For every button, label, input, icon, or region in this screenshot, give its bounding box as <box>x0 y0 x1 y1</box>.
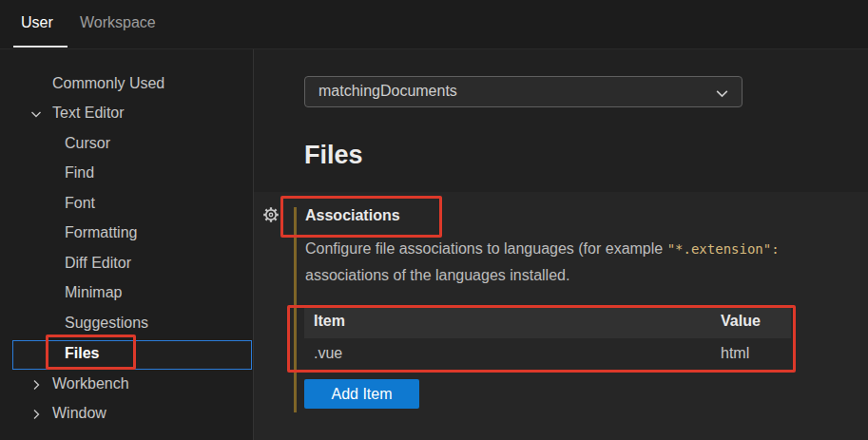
tree-item-suggestions[interactable]: Suggestions <box>0 310 253 339</box>
tree-item-minimap[interactable]: Minimap <box>0 279 253 309</box>
tree-item-diff-editor[interactable]: Diff Editor <box>0 250 253 279</box>
tree-item-label: Diff Editor <box>65 255 131 272</box>
modified-setting-indicator <box>294 207 297 412</box>
vscode-settings-window: User Workspace Commonly Used Text Editor… <box>0 0 868 440</box>
tree-item-label: Minimap <box>65 284 122 301</box>
table-cell-value: html <box>721 345 749 362</box>
chevron-right-icon[interactable] <box>29 377 44 392</box>
setting-description-text: Configure file associations to languages… <box>305 240 667 257</box>
tree-item-font[interactable]: Font <box>0 190 253 220</box>
chevron-down-icon[interactable] <box>29 106 44 122</box>
tree-item-find[interactable]: Find <box>0 160 253 189</box>
table-header-row: Item Value <box>304 306 791 338</box>
tree-item-commonly-used[interactable]: Commonly Used <box>0 70 253 100</box>
gear-icon[interactable] <box>261 205 280 224</box>
tab-user[interactable]: User <box>21 14 53 31</box>
tree-item-label: Cursor <box>65 135 110 152</box>
tree-item-workbench[interactable]: Workbench <box>0 371 253 400</box>
setting-title: Associations <box>305 207 400 224</box>
tree-item-label: Window <box>52 405 106 422</box>
setting-description-line1: Configure file associations to languages… <box>305 240 780 258</box>
tree-item-label: Font <box>65 195 95 212</box>
add-item-button[interactable]: Add Item <box>304 379 419 409</box>
tab-workspace[interactable]: Workspace <box>80 14 156 31</box>
tree-item-label: Workbench <box>52 375 129 392</box>
tree-item-formatting[interactable]: Formatting <box>0 220 253 249</box>
table-row[interactable]: .vue html <box>304 338 791 371</box>
active-tab-underline <box>13 46 68 48</box>
chevron-down-icon <box>714 86 730 102</box>
tree-item-cursor[interactable]: Cursor <box>0 130 253 160</box>
setting-description-code: "*.extension": <box>667 241 780 257</box>
tree-item-label: Find <box>65 164 94 182</box>
chevron-right-icon[interactable] <box>29 407 44 422</box>
tree-item-label: Suggestions <box>65 315 148 332</box>
setting-value-dropdown[interactable]: matchingDocuments <box>304 76 743 107</box>
dropdown-selected-value: matchingDocuments <box>318 83 457 100</box>
associations-table: Item Value .vue html <box>304 306 791 371</box>
tree-item-partial[interactable] <box>0 430 253 440</box>
page-title: Files <box>304 141 363 170</box>
tree-item-label: Commonly Used <box>52 75 164 92</box>
tree-item-label: Formatting <box>65 224 137 241</box>
tree-item-text-editor[interactable]: Text Editor <box>0 100 253 129</box>
table-header-value: Value <box>721 313 761 330</box>
table-header-item: Item <box>314 313 345 330</box>
settings-scope-tab-bar: User Workspace <box>0 0 868 49</box>
tree-item-label: Files <box>65 345 99 362</box>
settings-tree-sidebar: Commonly Used Text Editor Cursor Find Fo… <box>0 49 254 440</box>
table-cell-item: .vue <box>314 345 342 362</box>
settings-editor-content: matchingDocuments Files Associations Con… <box>254 49 868 440</box>
setting-description-line2: associations of the languages installed. <box>305 267 569 284</box>
tree-item-label: Text Editor <box>52 105 125 122</box>
tree-item-window[interactable]: Window <box>0 400 253 430</box>
tree-item-files[interactable]: Files <box>12 340 252 370</box>
